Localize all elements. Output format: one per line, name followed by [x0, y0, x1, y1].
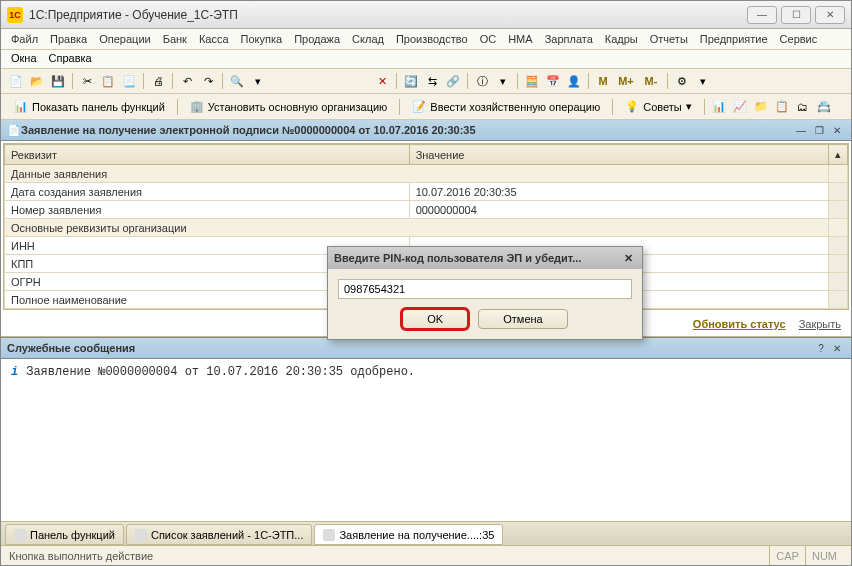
redo-icon[interactable]: ↷ — [199, 72, 217, 90]
menu-hr[interactable]: Кадры — [605, 33, 638, 45]
menu-cash[interactable]: Касса — [199, 33, 229, 45]
table-row[interactable]: Данные заявления — [5, 165, 848, 183]
tab-panel-functions[interactable]: Панель функций — [5, 524, 124, 545]
table-row[interactable]: Дата создания заявления10.07.2016 20:30:… — [5, 183, 848, 201]
cell-requisite: Номер заявления — [5, 201, 410, 219]
calc-icon[interactable]: 🧮 — [523, 72, 541, 90]
scroll-track[interactable] — [829, 201, 848, 219]
close-link[interactable]: Закрыть — [799, 318, 841, 330]
table-row[interactable]: Основные реквизиты организации — [5, 219, 848, 237]
dialog-close-button[interactable]: ✕ — [620, 251, 636, 265]
info-icon[interactable]: ⓘ — [473, 72, 491, 90]
menu-os[interactable]: ОС — [480, 33, 497, 45]
open-icon[interactable]: 📂 — [28, 72, 46, 90]
memory-m-plus[interactable]: M+ — [615, 72, 637, 90]
print-icon[interactable]: 🖨 — [149, 72, 167, 90]
col-value[interactable]: Значение — [409, 145, 828, 165]
tab-icon — [135, 529, 147, 541]
tool-icon-5[interactable]: 🗂 — [794, 98, 812, 116]
menu-operations[interactable]: Операции — [99, 33, 150, 45]
show-panel-button[interactable]: 📊 Показать панель функций — [7, 97, 172, 116]
enter-op-button[interactable]: 📝 Ввести хозяйственную операцию — [405, 97, 607, 116]
menu-enterprise[interactable]: Предприятие — [700, 33, 768, 45]
save-icon[interactable]: 💾 — [49, 72, 67, 90]
col-requisite[interactable]: Реквизит — [5, 145, 410, 165]
search-icon[interactable]: 🔍 — [228, 72, 246, 90]
menu-warehouse[interactable]: Склад — [352, 33, 384, 45]
scroll-track[interactable] — [829, 165, 848, 183]
tips-button[interactable]: 💡 Советы ▾ — [618, 97, 698, 116]
document-header: 📄 Заявление на получение электронной под… — [1, 120, 851, 141]
menu-purchase[interactable]: Покупка — [241, 33, 283, 45]
messages-help-button[interactable]: ? — [813, 341, 829, 355]
menu-nma[interactable]: НМА — [508, 33, 532, 45]
scroll-track[interactable] — [829, 255, 848, 273]
menu-service[interactable]: Сервис — [780, 33, 818, 45]
status-text: Кнопка выполнить действие — [9, 550, 769, 562]
app-icon: 1C — [7, 7, 23, 23]
panel-icon: 📊 — [14, 100, 28, 113]
scroll-track[interactable] — [829, 273, 848, 291]
calendar-icon[interactable]: 📅 — [544, 72, 562, 90]
menu-help[interactable]: Справка — [49, 52, 92, 64]
enter-op-label: Ввести хозяйственную операцию — [430, 101, 600, 113]
paste-icon[interactable]: 📃 — [120, 72, 138, 90]
menu-salary[interactable]: Зарплата — [545, 33, 593, 45]
update-status-link[interactable]: Обновить статус — [693, 318, 786, 330]
dropdown2-icon[interactable]: ▾ — [494, 72, 512, 90]
tool-icon-2[interactable]: 📈 — [731, 98, 749, 116]
new-icon[interactable]: 📄 — [7, 72, 25, 90]
menu-reports[interactable]: Отчеты — [650, 33, 688, 45]
scroll-track[interactable] — [829, 291, 848, 309]
tab-application-list[interactable]: Список заявлений - 1С-ЭТП... — [126, 524, 312, 545]
ok-button[interactable]: OK — [402, 309, 468, 329]
maximize-button[interactable]: ☐ — [781, 6, 811, 24]
window-title: 1С:Предприятие - Обучение_1С-ЭТП — [29, 8, 747, 22]
clear-icon[interactable]: ✕ — [373, 72, 391, 90]
dropdown-icon[interactable]: ▾ — [249, 72, 267, 90]
messages-header: Служебные сообщения ? ✕ — [1, 337, 851, 359]
cut-icon[interactable]: ✂ — [78, 72, 96, 90]
set-org-button[interactable]: 🏢 Установить основную организацию — [183, 97, 395, 116]
close-button[interactable]: ✕ — [815, 6, 845, 24]
memory-m[interactable]: M — [594, 72, 612, 90]
tool-icon-1[interactable]: 📊 — [710, 98, 728, 116]
main-menu-row2: Окна Справка — [1, 50, 851, 69]
menu-file[interactable]: Файл — [11, 33, 38, 45]
messages-title: Служебные сообщения — [7, 342, 813, 354]
menu-production[interactable]: Производство — [396, 33, 468, 45]
scroll-track[interactable] — [829, 237, 848, 255]
cell-requisite: Данные заявления — [5, 165, 829, 183]
doc-minimize-button[interactable]: — — [793, 123, 809, 137]
refresh-icon[interactable]: 🔄 — [402, 72, 420, 90]
bottom-tabs: Панель функций Список заявлений - 1С-ЭТП… — [1, 521, 851, 545]
person-icon[interactable]: 👤 — [565, 72, 583, 90]
nav-icon[interactable]: ⇆ — [423, 72, 441, 90]
cancel-button[interactable]: Отмена — [478, 309, 567, 329]
chevron-down-icon: ▾ — [686, 100, 692, 113]
menu-bank[interactable]: Банк — [163, 33, 187, 45]
gear-icon[interactable]: ⚙ — [673, 72, 691, 90]
messages-close-button[interactable]: ✕ — [829, 341, 845, 355]
pin-input[interactable] — [338, 279, 632, 299]
scroll-up-icon[interactable]: ▴ — [829, 145, 848, 165]
doc-restore-button[interactable]: ❐ — [811, 123, 827, 137]
doc-close-button[interactable]: ✕ — [829, 123, 845, 137]
memory-m-minus[interactable]: M- — [640, 72, 662, 90]
menu-sale[interactable]: Продажа — [294, 33, 340, 45]
menu-edit[interactable]: Правка — [50, 33, 87, 45]
table-row[interactable]: Номер заявления0000000004 — [5, 201, 848, 219]
link-icon[interactable]: 🔗 — [444, 72, 462, 90]
dropdown3-icon[interactable]: ▾ — [694, 72, 712, 90]
scroll-track[interactable] — [829, 183, 848, 201]
tab-application[interactable]: Заявление на получение....:35 — [314, 524, 503, 545]
minimize-button[interactable]: — — [747, 6, 777, 24]
undo-icon[interactable]: ↶ — [178, 72, 196, 90]
copy-icon[interactable]: 📋 — [99, 72, 117, 90]
tool-icon-4[interactable]: 📋 — [773, 98, 791, 116]
menu-windows[interactable]: Окна — [11, 52, 37, 64]
tool-icon-6[interactable]: 📇 — [815, 98, 833, 116]
scroll-track[interactable] — [829, 219, 848, 237]
set-org-label: Установить основную организацию — [208, 101, 388, 113]
tool-icon-3[interactable]: 📁 — [752, 98, 770, 116]
